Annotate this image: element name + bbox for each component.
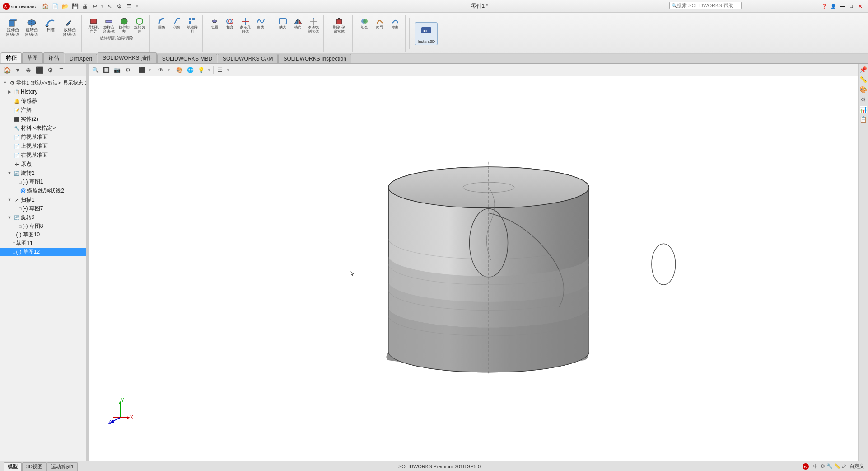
tab-features[interactable]: 特征 — [1, 52, 22, 63]
tree-annotations[interactable]: 📝 注解 — [0, 105, 86, 114]
tab-sw-inspection[interactable]: SOLIDWORKS Inspection — [278, 54, 351, 63]
sweep1-expand[interactable]: ▼ — [6, 197, 13, 203]
tree-sketch7[interactable]: □ (-) 草图7 — [0, 204, 86, 213]
extra-btn[interactable]: ☰ — [125, 2, 134, 11]
rp-btn-5[interactable]: 📊 — [859, 105, 868, 113]
tab-evaluate[interactable]: 评估 — [43, 52, 64, 63]
lofted-boss-btn[interactable]: 放样凸台/基体 — [61, 16, 79, 38]
sidebar-settings-btn[interactable]: ⚙ — [45, 65, 55, 75]
tree-sensors[interactable]: 🔔 传感器 — [0, 96, 86, 105]
minimize-btn[interactable]: — — [838, 2, 846, 10]
boundary-btn[interactable]: 异型孔向导 — [86, 16, 101, 34]
rp-btn-4[interactable]: ⚙ — [859, 95, 868, 104]
scene-btn[interactable]: 🌐 — [186, 65, 196, 75]
previous-view-btn[interactable]: 📷 — [112, 65, 122, 75]
tree-sketch10[interactable]: □ (-) 草图10 — [0, 231, 86, 239]
rp-btn-2[interactable]: 📏 — [859, 75, 868, 84]
sidebar-view-btn[interactable]: ⬛ — [34, 65, 44, 75]
tree-sketch1[interactable]: □ (-) 草图1 — [0, 178, 86, 186]
viewport-canvas[interactable]: Y X Z — [89, 76, 859, 461]
rib-btn[interactable]: 放样凸台/基体 — [102, 16, 116, 34]
tree-helix[interactable]: 🌀 螺旋线/涡状线2 — [0, 186, 86, 195]
section-view-btn[interactable]: ⚙ — [123, 65, 133, 75]
wrap-btn[interactable]: 包覆 — [207, 16, 222, 30]
delete-solid-btn[interactable]: 删除/保留实体 — [332, 16, 346, 34]
rp-btn-1[interactable]: 📌 — [859, 66, 868, 74]
help-icon[interactable]: ❓ — [820, 2, 828, 10]
display-style-btn[interactable]: ⬛ — [137, 65, 147, 75]
sidebar-search-btn[interactable]: ⊕ — [23, 65, 33, 75]
maximize-btn[interactable]: □ — [847, 2, 855, 10]
tree-material[interactable]: 🔧 材料 <未指定> — [0, 123, 86, 132]
rp-btn-3[interactable]: 🎨 — [859, 85, 868, 94]
options-btn[interactable]: ⚙ — [115, 2, 124, 11]
reference-btn[interactable]: 参考几何体 — [238, 16, 252, 34]
tree-sketch12[interactable]: □ (-) 草图12 — [0, 248, 86, 256]
draft-btn[interactable]: 拉伸切割 — [117, 16, 131, 34]
move-btn[interactable]: 移动/复制实体 — [306, 16, 321, 34]
new-btn[interactable]: 📄 — [51, 2, 60, 11]
account-icon[interactable]: 👤 — [829, 2, 837, 10]
tree-revolve3[interactable]: ▼ 🔄 旋转3 — [0, 213, 86, 222]
customize-label[interactable]: 自定义 — [849, 463, 864, 470]
tab-motion[interactable]: 运动算例1 — [47, 462, 78, 471]
tree-root[interactable]: ▼ ⚙ 零件1 (默认<<默认>_显示状态 1>) — [0, 78, 86, 87]
extruded-boss-btn[interactable]: 拉伸凸台/基体 — [4, 16, 22, 38]
rp-btn-6[interactable]: 📋 — [859, 115, 868, 123]
window-controls[interactable]: ❓ 👤 — □ ✕ — [820, 2, 866, 10]
close-btn[interactable]: ✕ — [856, 2, 864, 10]
tab-sw-mbd[interactable]: SOLIDWORKS MBD — [157, 54, 217, 63]
revolve2-expand[interactable]: ▼ — [6, 170, 13, 176]
tree-top-plane[interactable]: 📄 上视基准面 — [0, 141, 86, 151]
tree-right-plane[interactable]: 📄 右视基准面 — [0, 151, 86, 160]
tab-sw-cam[interactable]: SOLIDWORKS CAM — [218, 54, 278, 63]
shell-btn[interactable]: 旋转切割 — [132, 16, 147, 34]
mirror-btn[interactable]: 镜向 — [291, 16, 305, 30]
history-expand[interactable]: ▶ — [6, 89, 13, 95]
tree-sketch8[interactable]: □ (-) 草图8 — [0, 222, 86, 231]
tree-front-plane[interactable]: 📄 前视基准面 — [0, 132, 86, 141]
deform-btn[interactable]: 向导 — [373, 16, 387, 30]
root-expand[interactable]: ▼ — [2, 80, 8, 86]
curves-btn[interactable]: 曲线 — [253, 16, 268, 30]
revolve3-expand[interactable]: ▼ — [6, 214, 13, 221]
chamfer-btn[interactable]: 倒角 — [170, 16, 184, 30]
search-box[interactable]: 🔍 — [669, 2, 742, 9]
print-btn[interactable]: 🖨 — [80, 2, 89, 11]
lang-indicator[interactable]: 中 — [813, 463, 818, 470]
flex-btn[interactable]: 弯曲 — [388, 16, 402, 30]
tab-dimxpert[interactable]: DimXpert — [65, 54, 97, 63]
zoom-to-fit-btn[interactable]: 🔍 — [90, 65, 100, 75]
sweep-boss-btn[interactable]: 扫描 — [42, 16, 60, 33]
intersect-btn[interactable]: 相交 — [223, 16, 237, 30]
tab-sw-addins[interactable]: SOLIDWORKS 插件 — [98, 52, 157, 63]
zoom-area-btn[interactable]: 🔲 — [101, 65, 111, 75]
instant3d-btn[interactable]: 3D Instant3D — [415, 22, 438, 45]
combine-btn[interactable]: 组合 — [357, 16, 372, 30]
shell-tool-btn[interactable]: 抽壳 — [275, 16, 290, 30]
sidebar-extra-btn[interactable]: ☰ — [56, 65, 66, 75]
tree-sweep1[interactable]: ▼ ↗ 扫描1 — [0, 195, 86, 204]
sidebar-filter-btn[interactable]: ▼ — [13, 65, 23, 75]
tab-model[interactable]: 模型 — [4, 462, 22, 471]
viewport[interactable]: 🔍 🔲 📷 ⚙ ⬛ ▼ 👁 ▼ 🎨 🌐 💡 ▼ ☰ ▼ — [89, 64, 868, 461]
home-btn[interactable]: 🏠 — [41, 2, 50, 11]
hide-show-btn[interactable]: 👁 — [156, 65, 166, 75]
search-input[interactable] — [677, 3, 736, 8]
tab-sketch[interactable]: 草图 — [22, 52, 43, 63]
tree-origin[interactable]: ✛ 原点 — [0, 160, 86, 169]
tree-sketch11[interactable]: □ 草图11 — [0, 239, 86, 248]
tree-history[interactable]: ▶ 📋 History — [0, 87, 86, 96]
linear-pattern-btn[interactable]: 线性阵列 — [185, 16, 200, 34]
display-pane-btn[interactable]: ☰ — [215, 65, 225, 75]
edit-appearance-btn[interactable]: 🎨 — [175, 65, 185, 75]
revolved-boss-btn[interactable]: 旋转凸台/基体 — [23, 16, 41, 38]
sidebar-home-btn[interactable]: 🏠 — [2, 65, 12, 75]
undo-btn[interactable]: ↩ — [90, 2, 99, 11]
tree-revolve2[interactable]: ▼ 🔄 旋转2 — [0, 169, 86, 178]
select-btn[interactable]: ↖ — [105, 2, 114, 11]
fillet-btn[interactable]: 圆角 — [154, 16, 169, 30]
tab-3dview[interactable]: 3D视图 — [22, 462, 47, 471]
lights-btn[interactable]: 💡 — [196, 65, 206, 75]
open-btn[interactable]: 📂 — [61, 2, 70, 11]
